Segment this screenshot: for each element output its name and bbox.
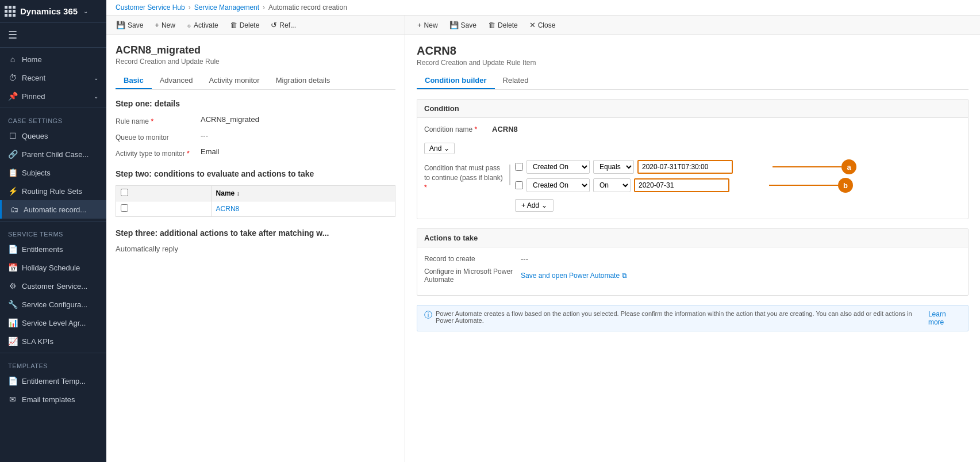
cond1-value-input[interactable] [637, 160, 733, 174]
tab-activity-monitor[interactable]: Activity monitor [201, 72, 268, 89]
pin-icon: 📌 [8, 91, 17, 101]
table-row: ACRN8 [116, 201, 395, 217]
sidebar-item-customer-service[interactable]: ⚙ Customer Service... [0, 277, 106, 295]
tab-basic[interactable]: Basic [116, 72, 152, 89]
left-pane: 💾 Save + New ⬦ Activate 🗑 Delete ↺ R [106, 16, 405, 462]
queue-row: Queue to monitor --- [116, 131, 395, 142]
right-tab-nav: Condition builder Related [417, 72, 969, 90]
cond1-checkbox[interactable] [515, 163, 523, 171]
sidebar-item-recent[interactable]: ⏱ Recent ⌄ [0, 68, 106, 87]
cond2-field-select[interactable]: Created On [526, 178, 590, 192]
external-link-icon: ⧉ [622, 272, 627, 280]
step2-section: Step two: conditions to evaluate and act… [116, 169, 395, 217]
refresh-icon: ↺ [271, 21, 277, 29]
row-name: ACRN8 [211, 201, 395, 217]
sidebar-item-subjects[interactable]: 📋 Subjects [0, 163, 106, 182]
step3-section: Step three: additional actions to take a… [116, 228, 395, 253]
queue-value: --- [201, 131, 395, 140]
refresh-button[interactable]: ↺ Ref... [266, 18, 301, 32]
sidebar-item-queues[interactable]: ☐ Queues [0, 127, 106, 145]
sidebar-item-routing-rule-sets[interactable]: ⚡ Routing Rule Sets [0, 182, 106, 200]
step3-title: Step three: additional actions to take a… [116, 228, 395, 238]
sidebar-divider [0, 108, 106, 108]
sidebar-item-pinned[interactable]: 📌 Pinned ⌄ [0, 87, 106, 105]
breadcrumb-sep-1: › [189, 3, 191, 12]
waffle-icon[interactable] [5, 6, 16, 17]
callout-b-area: b [769, 178, 853, 193]
sidebar-item-parent-child[interactable]: 🔗 Parent Child Case... [0, 145, 106, 163]
condition-box-body: Condition name * ACRN8 And ⌄ [417, 118, 968, 219]
sidebar-item-entitlement-temp[interactable]: 📄 Entitlement Temp... [0, 372, 106, 390]
app-chevron[interactable]: ⌄ [83, 8, 88, 14]
callout-b-line [769, 185, 838, 186]
row-name-link[interactable]: ACRN8 [216, 205, 240, 213]
sidebar-item-home[interactable]: ⌂ Home [0, 50, 106, 68]
cond2-checkbox[interactable] [515, 181, 523, 189]
sidebar-item-sla-kpis[interactable]: 📈 SLA KPIs [0, 332, 106, 350]
record-to-create-row: Record to create --- [424, 254, 961, 263]
callout-a-circle: a [841, 159, 856, 174]
sidebar-item-email-templates[interactable]: ✉ Email templates [0, 390, 106, 408]
save-button[interactable]: 💾 Save [111, 18, 148, 32]
sidebar-item-entitlements[interactable]: 📄 Entitlements [0, 240, 106, 258]
hamburger-icon[interactable]: ☰ [0, 23, 106, 48]
close-icon: ✕ [529, 21, 536, 29]
tab-migration-details[interactable]: Migration details [268, 72, 339, 89]
routing-icon: ⚡ [8, 186, 17, 196]
callout-b-circle: b [838, 178, 853, 193]
sidebar: Dynamics 365 ⌄ ☰ ⌂ Home ⏱ Recent ⌄ 📌 Pin… [0, 0, 106, 462]
conditions-area: Condition that must pass to continue (pa… [424, 160, 961, 212]
delete-icon: 🗑 [230, 21, 237, 29]
sidebar-item-automatic-record[interactable]: 🗂 Automatic record... [0, 200, 106, 219]
new-button[interactable]: + New [149, 18, 180, 32]
rule-name-row: Rule name * ACRN8_migrated [116, 115, 395, 125]
tab-related[interactable]: Related [495, 72, 537, 89]
and-chevron: ⌄ [444, 144, 449, 152]
email-templates-icon: ✉ [8, 395, 17, 404]
right-delete-button[interactable]: 🗑 Delete [483, 18, 523, 32]
tab-condition-builder[interactable]: Condition builder [417, 72, 495, 89]
select-all-checkbox[interactable] [121, 189, 128, 196]
rule-name-value: ACRN8_migrated [201, 115, 395, 124]
activate-button[interactable]: ⬦ Activate [182, 18, 224, 32]
left-record-title: ACRN8_migrated [116, 44, 395, 56]
breadcrumb: Customer Service Hub › Service Managemen… [106, 0, 980, 16]
power-automate-link[interactable]: Save and open Power Automate ⧉ [521, 272, 627, 280]
row-checkbox[interactable] [121, 204, 128, 212]
service-terms-title: Service Terms [0, 224, 106, 240]
and-badge[interactable]: And ⌄ [424, 143, 455, 154]
right-close-button[interactable]: ✕ Close [524, 18, 561, 32]
cond1-value-wrapper: a [637, 160, 733, 174]
breadcrumb-link-csm[interactable]: Customer Service Hub [116, 3, 185, 12]
sla-kpis-icon: 📈 [8, 337, 17, 346]
configure-label: Configure in Microsoft Power Automate [424, 268, 516, 284]
condition-name-row: Condition name * ACRN8 [424, 125, 961, 133]
info-bar: ⓘ Power Automate creates a flow based on… [417, 305, 969, 331]
subjects-icon: 📋 [8, 168, 17, 177]
step2-title: Step two: conditions to evaluate and act… [116, 169, 395, 178]
right-save-button[interactable]: 💾 Save [444, 18, 482, 32]
save-icon: 💾 [449, 21, 459, 29]
left-toolbar: 💾 Save + New ⬦ Activate 🗑 Delete ↺ R [106, 16, 405, 35]
sidebar-item-service-configura[interactable]: 🔧 Service Configura... [0, 295, 106, 314]
right-new-button[interactable]: + New [412, 18, 443, 32]
parent-child-icon: 🔗 [8, 150, 17, 159]
breadcrumb-link-sm[interactable]: Service Management [194, 3, 259, 12]
cond1-operator-select[interactable]: Equals [593, 160, 634, 174]
cond2-value-wrapper: b [634, 178, 729, 192]
learn-more-link[interactable]: Learn more [928, 310, 961, 326]
sidebar-item-holiday-schedule[interactable]: 📅 Holiday Schedule [0, 258, 106, 277]
sidebar-item-service-level-agr[interactable]: 📊 Service Level Agr... [0, 314, 106, 332]
cond1-field-select[interactable]: Created On [526, 160, 590, 174]
entitlements-icon: 📄 [8, 245, 17, 254]
right-content: ACRN8 Record Creation and Update Rule It… [405, 35, 980, 462]
add-condition-button[interactable]: + Add ⌄ [515, 199, 554, 212]
sidebar-home-label: Home [22, 55, 42, 64]
cond2-operator-select[interactable]: On [593, 178, 631, 192]
cond2-value-input[interactable] [634, 178, 729, 192]
step3-detail: Automatically reply [116, 245, 395, 253]
new-label: New [162, 21, 175, 29]
save-label: Save [128, 21, 143, 29]
delete-button[interactable]: 🗑 Delete [225, 18, 265, 32]
tab-advanced[interactable]: Advanced [152, 72, 201, 89]
